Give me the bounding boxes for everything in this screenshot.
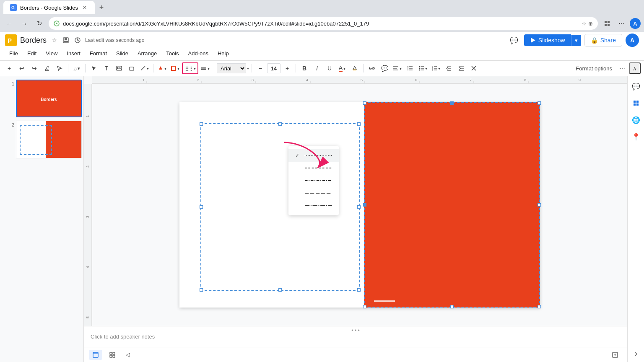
more-options-btn[interactable]: ⋯: [616, 62, 628, 74]
align-btn[interactable]: ▾: [391, 62, 403, 74]
border-color-btn[interactable]: ▾: [169, 62, 181, 74]
text-color-btn[interactable]: A ▾: [336, 62, 348, 74]
extensions-btn[interactable]: [601, 18, 613, 29]
paint-btn[interactable]: [54, 62, 65, 74]
border-style-btn[interactable]: ▾: [182, 62, 198, 74]
share-btn[interactable]: 🔒 Share: [584, 34, 622, 47]
line-spacing-btn[interactable]: [404, 62, 416, 74]
save-status-btn[interactable]: [62, 36, 70, 44]
refresh-button[interactable]: ↻: [34, 18, 45, 29]
handle-tc[interactable]: [278, 122, 282, 126]
back-button[interactable]: ←: [3, 18, 15, 29]
app-profile-btn[interactable]: A: [626, 34, 639, 47]
select-btn[interactable]: [88, 62, 100, 74]
orange-handle-mr[interactable]: [538, 203, 541, 207]
handle-tl[interactable]: [200, 122, 203, 126]
menu-arrange[interactable]: Arrange: [133, 49, 161, 58]
border-weight-btn[interactable]: ▾: [199, 62, 211, 74]
handle-bl[interactable]: [200, 288, 203, 292]
insert-btn[interactable]: +: [3, 62, 15, 74]
star-title-btn[interactable]: ☆: [50, 36, 58, 44]
new-tab-button[interactable]: +: [96, 3, 106, 13]
slide-canvas[interactable]: ✓ ✓: [92, 84, 627, 326]
format-options-btn[interactable]: Format options: [572, 64, 615, 73]
underline-btn[interactable]: U: [324, 62, 335, 74]
border-style-dashed-long[interactable]: ✓: [288, 187, 339, 199]
text-btn[interactable]: T: [101, 62, 112, 74]
slide-view-btn[interactable]: [89, 350, 102, 360]
sidebar-format-btn[interactable]: [629, 96, 643, 110]
extension-icon[interactable]: ⊕: [588, 21, 593, 27]
handle-bc[interactable]: [278, 288, 282, 292]
bullets-btn[interactable]: ▾: [417, 62, 429, 74]
menu-edit[interactable]: Edit: [23, 49, 41, 58]
menu-file[interactable]: File: [5, 49, 22, 58]
forward-button[interactable]: →: [18, 18, 30, 29]
border-style-dash-dot-long[interactable]: ✓: [288, 199, 339, 212]
menu-slide[interactable]: Slide: [112, 49, 132, 58]
image-btn[interactable]: [113, 62, 125, 74]
active-tab[interactable]: G Borders - Google Slides ✕: [3, 1, 95, 14]
history-btn[interactable]: [73, 36, 82, 44]
bold-btn[interactable]: B: [299, 62, 310, 74]
menu-tools[interactable]: Tools: [162, 49, 183, 58]
orange-handle-ml[interactable]: [363, 203, 366, 207]
sidebar-maps-btn[interactable]: 📍: [629, 130, 643, 143]
line-btn[interactable]: ▾: [138, 62, 151, 74]
indent-inc-btn[interactable]: [455, 62, 467, 74]
redo-btn[interactable]: ↪: [29, 62, 40, 74]
font-size-increase-btn[interactable]: +: [281, 62, 293, 74]
handle-tr[interactable]: [357, 122, 361, 126]
zoom-btn[interactable]: ⌕▾: [71, 62, 83, 74]
settings-btn[interactable]: ⋯: [615, 18, 627, 29]
handle-ml[interactable]: [200, 205, 203, 209]
address-bar[interactable]: docs.google.com/presentation/d/1XtGcYxLV…: [49, 17, 598, 30]
menu-view[interactable]: View: [42, 49, 62, 58]
link-btn[interactable]: [366, 62, 378, 74]
sidebar-comments-btn[interactable]: 💬: [629, 80, 643, 93]
tab-close-btn[interactable]: ✕: [81, 4, 88, 11]
slide-1-thumbnail[interactable]: Borders: [16, 80, 82, 117]
orange-handle-tl[interactable]: [363, 101, 366, 105]
handle-mr[interactable]: [357, 205, 361, 209]
orange-handle-tr[interactable]: [538, 101, 541, 105]
orange-handle-bc[interactable]: [450, 305, 454, 308]
sidebar-web-btn[interactable]: 🌐: [629, 113, 643, 127]
slideshow-dropdown-btn[interactable]: ▾: [571, 35, 581, 46]
collapse-panel-btn[interactable]: ◁: [122, 350, 133, 359]
grid-view-btn[interactable]: [106, 350, 119, 360]
menu-insert[interactable]: Insert: [62, 49, 85, 58]
menu-help[interactable]: Help: [213, 49, 233, 58]
border-style-dotted-fine[interactable]: ✓: [288, 149, 339, 162]
font-size-input[interactable]: [267, 63, 280, 73]
orange-handle-br[interactable]: [538, 305, 541, 308]
font-size-decrease-btn[interactable]: −: [254, 62, 266, 74]
slide-2-thumbnail[interactable]: [16, 121, 82, 158]
numbered-list-btn[interactable]: 123 ▾: [430, 62, 442, 74]
handle-br[interactable]: [357, 288, 361, 292]
sidebar-expand-btn[interactable]: [633, 351, 639, 359]
menu-addons[interactable]: Add-ons: [184, 49, 213, 58]
fill-color-btn[interactable]: ▾: [156, 62, 168, 74]
font-name-select[interactable]: Arial: [217, 63, 246, 73]
profile-avatar[interactable]: A: [630, 18, 641, 29]
slideshow-btn[interactable]: Slideshow: [524, 34, 571, 46]
clear-format-btn[interactable]: [468, 62, 480, 74]
indent-dec-btn[interactable]: [443, 62, 454, 74]
notes-placeholder[interactable]: Click to add speaker notes: [91, 334, 155, 340]
collapse-toolbar-btn[interactable]: ∧: [629, 62, 641, 74]
undo-btn[interactable]: ↩: [16, 62, 28, 74]
border-style-dash-dot[interactable]: ✓: [288, 174, 339, 187]
comments-btn[interactable]: 💬: [507, 34, 521, 47]
italic-btn[interactable]: I: [311, 62, 323, 74]
border-style-dashed-short[interactable]: ✓: [288, 162, 339, 174]
orange-handle-tc[interactable]: [450, 101, 454, 105]
highlight-btn[interactable]: [349, 62, 361, 74]
shape-btn[interactable]: [126, 62, 138, 74]
print-btn[interactable]: 🖨: [41, 62, 53, 74]
star-icon[interactable]: ☆: [582, 21, 587, 27]
menu-format[interactable]: Format: [86, 49, 111, 58]
comment-tb-btn[interactable]: 💬: [379, 62, 390, 74]
notes-handle[interactable]: •••: [349, 326, 362, 334]
orange-handle-bl[interactable]: [363, 305, 366, 308]
